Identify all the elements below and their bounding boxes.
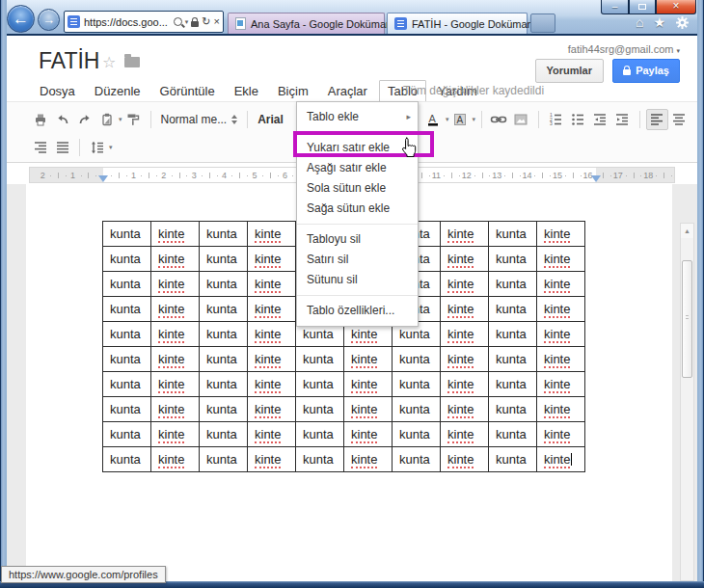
account-email[interactable]: fatih44srg@gmail.com ▾ (568, 43, 680, 55)
minimize-button[interactable]: – (601, 0, 629, 14)
table-cell[interactable]: kinte (151, 372, 200, 397)
scroll-up-icon[interactable]: ▲ (681, 224, 693, 238)
table-cell[interactable]: kinte (151, 297, 200, 322)
new-tab-button[interactable] (530, 13, 555, 33)
table-cell[interactable]: kinte (537, 347, 585, 372)
table-cell[interactable]: kunta (393, 347, 441, 372)
home-icon[interactable]: ⌂ (636, 14, 643, 30)
table-cell[interactable]: kinte (441, 347, 489, 372)
table-cell[interactable]: kinte (151, 422, 200, 447)
font-dropdown[interactable]: Arial (254, 113, 287, 126)
table-cell[interactable]: kunta (489, 322, 537, 347)
table-cell[interactable]: kunta (393, 422, 441, 447)
table-cell[interactable]: kinte (151, 272, 200, 297)
insert-link-icon[interactable] (488, 109, 510, 130)
table-cell[interactable]: kinte (344, 397, 393, 422)
menubar-item-görüntüle[interactable]: Görüntüle (152, 81, 223, 101)
table-cell[interactable]: kinte (248, 322, 296, 347)
table-cell[interactable]: kunta (103, 447, 151, 472)
table-cell[interactable]: kunta (489, 297, 537, 322)
menu-item[interactable]: Tablo özellikleri... (297, 301, 418, 321)
menubar-item-düzenle[interactable]: Düzenle (87, 81, 149, 101)
table-cell[interactable]: kinte (151, 247, 200, 272)
menubar-item-dosya[interactable]: Dosya (32, 81, 83, 101)
right-indent-marker-icon[interactable] (591, 175, 601, 182)
paint-roller-icon[interactable] (122, 109, 145, 130)
table-cell[interactable]: kunta (489, 222, 537, 247)
table-cell[interactable]: kunta (489, 272, 537, 297)
back-button[interactable]: ← (7, 5, 35, 33)
table-cell[interactable]: kunta (489, 247, 537, 272)
table-cell[interactable]: kinte (248, 222, 296, 247)
forward-button[interactable]: → (38, 9, 60, 31)
table-cell[interactable]: kinte (151, 397, 200, 422)
table-cell[interactable]: kunta (103, 422, 151, 447)
close-button[interactable]: × (656, 0, 696, 14)
highlight-dropdown-icon[interactable]: ▾ (472, 116, 475, 123)
menu-item[interactable]: Sütunu sil (297, 270, 418, 290)
table-cell[interactable]: kunta (200, 447, 248, 472)
insert-image-icon[interactable] (510, 109, 532, 130)
increase-indent-icon[interactable] (611, 109, 634, 130)
line-spacing-icon[interactable] (86, 137, 108, 158)
table-cell[interactable]: kinte (248, 372, 296, 397)
table-cell[interactable]: kinte (537, 447, 585, 472)
table-cell[interactable]: kinte (151, 322, 200, 347)
address-dropdown-icon[interactable]: ▾ (185, 18, 189, 26)
justify-icon[interactable] (51, 137, 73, 158)
redo-icon[interactable] (73, 109, 95, 130)
table-cell[interactable]: kinte (248, 447, 296, 472)
menu-item[interactable]: Sağa sütun ekle (297, 199, 418, 219)
favorites-star-icon[interactable]: ★ (653, 14, 665, 30)
menubar-item-biçim[interactable]: Biçim (270, 81, 316, 101)
table-cell[interactable]: kunta (296, 347, 344, 372)
table-cell[interactable]: kunta (200, 222, 248, 247)
menu-item[interactable]: Satırı sil (297, 250, 418, 270)
scrollbar-thumb[interactable] (682, 260, 692, 378)
url-text[interactable]: https://docs.goo... (84, 16, 174, 28)
share-button[interactable]: Paylaş (612, 59, 680, 83)
tab-ana-sayfa[interactable]: Ana Sayfa - Google Dokümanlar (228, 13, 385, 34)
comments-button[interactable]: Yorumlar (535, 59, 604, 83)
table-cell[interactable]: kunta (393, 397, 441, 422)
table-cell[interactable]: kinte (248, 297, 296, 322)
table-cell[interactable]: kinte (537, 222, 585, 247)
table-cell[interactable]: kunta (103, 222, 151, 247)
tab-fatih[interactable]: FATİH - Google Dokümanlar × (387, 13, 528, 34)
table-cell[interactable]: kinte (151, 447, 200, 472)
table-cell[interactable]: kunta (103, 297, 151, 322)
menubar-item-ekle[interactable]: Ekle (227, 81, 266, 101)
table-cell[interactable]: kunta (103, 372, 151, 397)
numbered-list-icon[interactable]: 123 (545, 109, 567, 130)
align-right-icon[interactable] (29, 137, 51, 158)
table-cell[interactable]: kunta (200, 347, 248, 372)
table-cell[interactable]: kinte (537, 297, 585, 322)
align-left-icon[interactable] (646, 109, 668, 130)
table-cell[interactable]: kinte (441, 447, 489, 472)
table-cell[interactable]: kinte (537, 322, 585, 347)
folder-icon[interactable] (124, 57, 140, 67)
document-title[interactable]: FATİH (39, 48, 99, 74)
vertical-scrollbar[interactable]: ▲ (680, 223, 694, 581)
print-icon[interactable] (29, 109, 51, 130)
table-cell[interactable]: kunta (200, 372, 248, 397)
table-cell[interactable]: kinte (441, 372, 489, 397)
table-cell[interactable]: kinte (537, 272, 585, 297)
table-cell[interactable]: kunta (200, 422, 248, 447)
table-cell[interactable]: kinte (151, 222, 200, 247)
table-cell[interactable]: kinte (441, 297, 489, 322)
paragraph-style-dropdown[interactable]: Normal me... (157, 113, 242, 126)
menu-item[interactable]: Tablo ekle▸ (297, 107, 418, 127)
table-cell[interactable]: kunta (393, 447, 441, 472)
table-cell[interactable]: kunta (296, 372, 344, 397)
highlight-color-icon[interactable]: A (448, 109, 471, 130)
table-cell[interactable]: kinte (248, 247, 296, 272)
table-cell[interactable]: kinte (248, 397, 296, 422)
menu-item[interactable]: Sola sütun ekle (297, 178, 418, 199)
text-color-icon[interactable]: A (422, 109, 445, 130)
table-cell[interactable]: kunta (296, 447, 344, 472)
search-icon[interactable] (174, 17, 182, 26)
address-bar[interactable]: https://docs.goo... ▾ ↻ × (64, 11, 224, 33)
paint-format-icon[interactable] (95, 109, 118, 130)
star-document-icon[interactable]: ☆ (102, 53, 116, 71)
